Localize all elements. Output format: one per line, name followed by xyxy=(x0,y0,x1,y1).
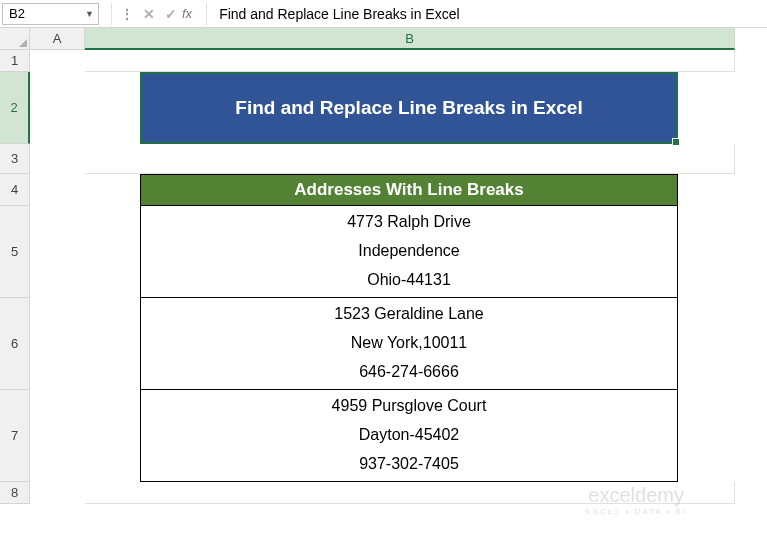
cell-line: 1523 Geraldine Lane xyxy=(334,300,483,329)
cell[interactable] xyxy=(85,144,735,174)
cell-line: 937-302-7405 xyxy=(359,450,459,479)
name-box-value: B2 xyxy=(9,6,25,21)
column-header-b[interactable]: B xyxy=(85,28,735,50)
cell[interactable] xyxy=(30,174,85,206)
row-header[interactable]: 4 xyxy=(0,174,30,206)
cell[interactable] xyxy=(30,144,85,174)
spreadsheet-grid: A B 1 2 3 4 5 6 7 8 Find and Replace Lin… xyxy=(0,28,767,504)
watermark-sub: EXCEL • DATA • BI xyxy=(585,507,687,516)
cell[interactable] xyxy=(30,72,85,144)
fx-icon[interactable]: fx xyxy=(182,6,192,21)
row-header[interactable]: 5 xyxy=(0,206,30,298)
cell[interactable] xyxy=(30,50,85,72)
cell[interactable] xyxy=(85,50,735,72)
title-cell[interactable]: Find and Replace Line Breaks in Excel xyxy=(140,72,678,144)
table-row[interactable]: 4959 Pursglove Court Dayton-45402 937-30… xyxy=(140,390,678,482)
formula-bar: B2 ▼ ⋮ ✕ ✓ fx xyxy=(0,0,767,28)
dots-icon: ⋮ xyxy=(120,6,138,22)
cell-line: 4773 Ralph Drive xyxy=(347,208,471,237)
row-header[interactable]: 6 xyxy=(0,298,30,390)
formula-input[interactable] xyxy=(215,3,767,25)
cell[interactable] xyxy=(30,206,85,298)
row-header[interactable]: 1 xyxy=(0,50,30,72)
header-text: Addresses With Line Breaks xyxy=(294,180,523,200)
row-header[interactable]: 3 xyxy=(0,144,30,174)
row-header[interactable]: 8 xyxy=(0,482,30,504)
cell[interactable] xyxy=(30,390,85,482)
enter-icon[interactable]: ✓ xyxy=(160,3,182,25)
divider xyxy=(206,3,207,25)
table-row[interactable]: 4773 Ralph Drive Independence Ohio-44131 xyxy=(140,206,678,298)
cell[interactable] xyxy=(30,482,85,504)
cancel-icon[interactable]: ✕ xyxy=(138,3,160,25)
chevron-down-icon[interactable]: ▼ xyxy=(85,9,94,19)
cell-line: Ohio-44131 xyxy=(367,266,451,295)
cell[interactable] xyxy=(30,298,85,390)
cell[interactable] xyxy=(85,482,735,504)
table-row[interactable]: 1523 Geraldine Lane New York,10011 646-2… xyxy=(140,298,678,390)
cell-line: Independence xyxy=(358,237,459,266)
cell-line: 4959 Pursglove Court xyxy=(332,392,487,421)
cell-line: Dayton-45402 xyxy=(359,421,460,450)
cell-line: New York,10011 xyxy=(351,329,468,358)
cell-line: 646-274-6666 xyxy=(359,358,459,387)
column-header-a[interactable]: A xyxy=(30,28,85,50)
title-text: Find and Replace Line Breaks in Excel xyxy=(235,97,582,119)
name-box[interactable]: B2 ▼ xyxy=(2,3,99,25)
row-header[interactable]: 2 xyxy=(0,72,30,144)
row-header[interactable]: 7 xyxy=(0,390,30,482)
select-all-corner[interactable] xyxy=(0,28,30,50)
table-header-cell[interactable]: Addresses With Line Breaks xyxy=(140,174,678,206)
divider xyxy=(111,3,112,25)
